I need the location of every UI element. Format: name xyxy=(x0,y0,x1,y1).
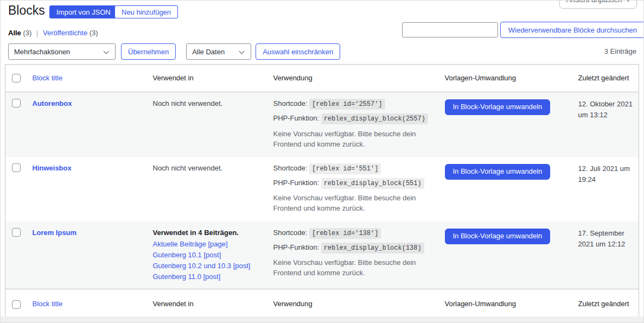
column-header-title[interactable]: Block title xyxy=(33,74,63,82)
screen-options-label: Ansicht anpassen xyxy=(566,0,622,4)
no-preview-note: Keine Vorschau verfügbar. Bitte besuche … xyxy=(273,193,434,213)
column-footer-conversion: Vorlagen-Umwandlung xyxy=(439,289,573,319)
select-all-checkbox[interactable] xyxy=(12,300,21,309)
screen-options-button[interactable]: Ansicht anpassen ▾ xyxy=(559,0,637,9)
tablenav: Mehrfachaktionen Übernehmen Alle Daten A… xyxy=(8,43,340,60)
chevron-down-icon: ▾ xyxy=(626,0,630,4)
filter-button[interactable]: Auswahl einschränken xyxy=(256,43,340,60)
convert-to-pattern-button[interactable]: In Block-Vorlage umwandeln xyxy=(445,164,551,180)
page-title: Blocks xyxy=(8,2,45,18)
used-in-post-link[interactable]: Gutenberg 10.2 und 10.3 [post] xyxy=(153,261,263,271)
column-footer-usage: Verwendung xyxy=(268,289,439,319)
used-in-post-link[interactable]: Gutenberg 10.1 [post] xyxy=(153,250,263,261)
dates-filter-selected: Alle Daten xyxy=(192,48,225,56)
column-footer-used-in: Verwendet in xyxy=(148,289,268,319)
used-in-post-link[interactable]: Aktuelle Beiträge [page] xyxy=(153,239,263,250)
blocks-table-wrap: Block title Verwendet in Verwendung Vorl… xyxy=(5,64,639,319)
last-modified-date: 12. Juli 2021 um 19:24 xyxy=(573,157,639,221)
column-footer-title[interactable]: Block title xyxy=(33,300,63,308)
shortcode-value: [reblex id='138'] xyxy=(309,228,381,239)
page-background-strip xyxy=(1,316,643,322)
convert-to-pattern-button[interactable]: In Block-Vorlage umwandeln xyxy=(445,229,551,244)
convert-to-pattern-button[interactable]: In Block-Vorlage umwandeln xyxy=(445,99,551,115)
search-blocks-button[interactable]: Wiederverwendbare Blöcke durchsuchen xyxy=(500,22,644,38)
row-checkbox[interactable] xyxy=(12,228,21,237)
apply-button[interactable]: Übernehmen xyxy=(121,43,176,60)
table-row: Autorenbox Noch nicht verwendet. Shortco… xyxy=(5,92,639,157)
table-row: Hinweisbox Noch nicht verwendet. Shortco… xyxy=(5,157,639,221)
shortcode-label: Shortcode: xyxy=(273,164,308,172)
table-row: Lorem Ipsum Verwendet in 4 Beiträgen. Ak… xyxy=(5,221,639,289)
bulk-actions-select[interactable]: Mehrfachaktionen xyxy=(8,43,116,60)
table-header-row: Block title Verwendet in Verwendung Vorl… xyxy=(5,65,639,92)
used-in-post-link[interactable]: Gutenberg 11.0 [post] xyxy=(153,271,263,282)
blocks-table: Block title Verwendet in Verwendung Vorl… xyxy=(5,64,639,319)
php-function-label: PHP-Funktion: xyxy=(273,179,320,187)
shortcode-value: [reblex id='2557'] xyxy=(309,99,385,110)
filter-published[interactable]: Veröffentlichte xyxy=(43,29,87,37)
php-function-value: reblex_display_block(551) xyxy=(321,178,424,189)
import-json-button[interactable]: Import von JSON xyxy=(49,5,118,18)
php-function-value: reblex_display_block(2557) xyxy=(321,113,428,124)
php-function-label: PHP-Funktion: xyxy=(273,114,320,122)
table-footer-row: Block title Verwendet in Verwendung Vorl… xyxy=(5,289,639,319)
shortcode-label: Shortcode: xyxy=(273,99,308,107)
used-in-text: Noch nicht verwendet. xyxy=(153,99,223,107)
filter-all[interactable]: Alle xyxy=(8,29,21,37)
column-header-used-in: Verwendet in xyxy=(148,65,268,92)
used-in-text: Noch nicht verwendet. xyxy=(153,164,223,172)
entries-count: 3 Einträge xyxy=(604,47,636,55)
filter-all-count: (3) xyxy=(23,29,31,37)
dates-filter-select[interactable]: Alle Daten xyxy=(186,43,251,60)
row-checkbox[interactable] xyxy=(12,99,21,107)
status-filters: Alle (3) | Veröffentlichte (3) xyxy=(8,29,98,37)
shortcode-value: [reblex id='551'] xyxy=(309,163,381,174)
php-function-value: reblex_display_block(138) xyxy=(321,243,424,254)
last-modified-date: 17. September 2021 um 12:12 xyxy=(573,221,639,289)
used-in-text: Verwendet in 4 Beiträgen. xyxy=(153,228,263,238)
block-title-link[interactable]: Hinweisbox xyxy=(33,164,72,172)
last-modified-date: 12. Oktober 2021 um 13:12 xyxy=(573,92,639,157)
no-preview-note: Keine Vorschau verfügbar. Bitte besuche … xyxy=(273,129,434,149)
no-preview-note: Keine Vorschau verfügbar. Bitte besuche … xyxy=(273,257,434,278)
row-checkbox[interactable] xyxy=(12,163,21,172)
bulk-actions-selected: Mehrfachaktionen xyxy=(14,48,70,56)
column-header-conversion: Vorlagen-Umwandlung xyxy=(439,65,573,92)
php-function-label: PHP-Funktion: xyxy=(273,243,320,251)
search-input[interactable] xyxy=(402,22,498,37)
filter-published-count: (3) xyxy=(90,29,98,37)
filter-separator: | xyxy=(36,29,38,37)
add-new-button[interactable]: Neu hinzufügen xyxy=(114,5,178,18)
block-title-link[interactable]: Lorem Ipsum xyxy=(33,229,77,237)
column-footer-modified: Zuletzt geändert xyxy=(573,289,639,319)
chevron-down-icon xyxy=(239,49,245,54)
column-header-modified: Zuletzt geändert xyxy=(573,65,639,92)
select-all-checkbox[interactable] xyxy=(12,74,21,83)
column-header-usage: Verwendung xyxy=(268,65,439,92)
block-title-link[interactable]: Autorenbox xyxy=(33,99,72,107)
chevron-down-icon xyxy=(104,49,109,54)
blocks-admin-page: Blocks Import von JSON Neu hinzufügen An… xyxy=(0,0,644,323)
shortcode-label: Shortcode: xyxy=(273,229,308,237)
